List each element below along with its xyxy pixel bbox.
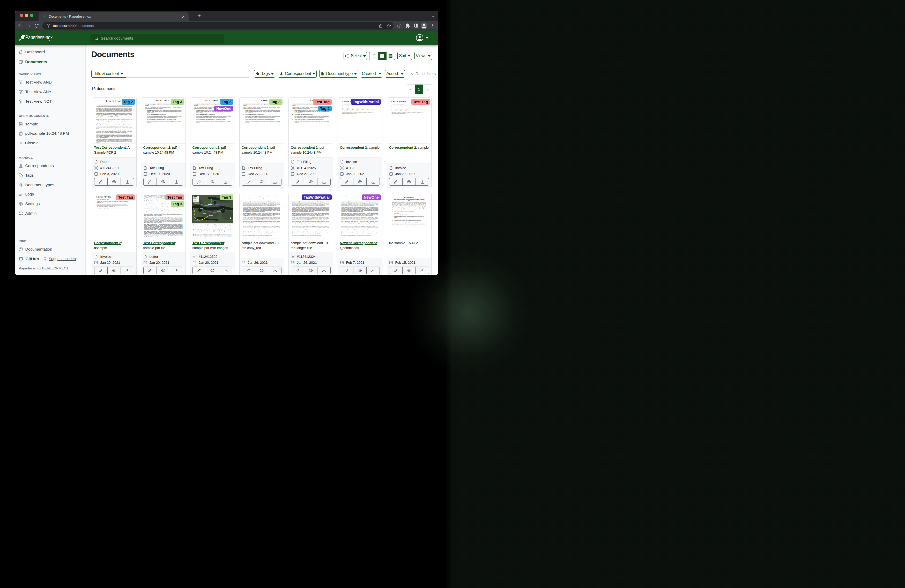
svg-text:Google Earth: Google Earth (194, 220, 200, 221)
